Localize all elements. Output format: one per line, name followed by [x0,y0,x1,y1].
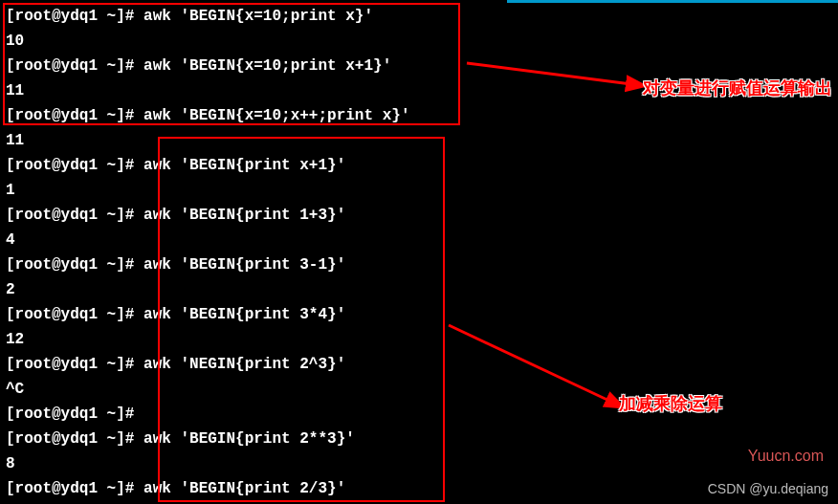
shell-command: awk 'BEGIN{print 1+3}' [143,207,345,224]
watermark-author: CSDN @yu.deqiang [708,481,828,496]
shell-output: 1 [6,182,15,199]
shell-command: awk 'BEGIN{print 2**3}' [143,430,355,448]
shell-output: 11 [6,132,24,149]
shell-output: ^C [6,381,24,398]
shell-prompt: [root@ydq1 ~]# [6,207,143,224]
shell-command: awk 'BEGIN{x=10;x++;print x}' [143,107,409,124]
window-active-border [507,0,838,3]
annotation-label-1: 对变量进行赋值运算输出 [643,77,832,99]
shell-prompt: [root@ydq1 ~]# [6,8,143,25]
shell-output: 10 [6,33,24,50]
shell-output: 2 [6,281,15,298]
shell-output: 11 [6,82,24,99]
shell-prompt: [root@ydq1 ~]# [6,480,143,497]
shell-command: awk 'BEGIN{x=10;print x+1}' [143,57,391,75]
shell-command: awk 'BEGIN{print 3*4}' [143,306,345,323]
shell-prompt: [root@ydq1 ~]# [6,107,143,124]
shell-prompt: [root@ydq1 ~]# [6,57,143,75]
shell-prompt: [root@ydq1 ~]# [6,306,143,323]
shell-prompt: [root@ydq1 ~]# [6,356,143,373]
annotation-label-2: 加减乘除运算 [619,392,722,415]
shell-prompt: [root@ydq1 ~]# [6,405,143,423]
shell-output: 12 [6,331,24,348]
watermark-site: Yuucn.com [748,448,824,465]
shell-command: awk 'NEGIN{print 2^3}' [143,356,345,373]
shell-prompt: [root@ydq1 ~]# [6,157,143,174]
shell-command: awk 'BEGIN{print 2/3}' [143,480,345,497]
shell-output: 8 [6,455,15,472]
shell-command: awk 'BEGIN{x=10;print x}' [143,8,373,25]
shell-command: awk 'BEGIN{print 3-1}' [143,256,345,274]
shell-prompt: [root@ydq1 ~]# [6,430,143,448]
shell-command: awk 'BEGIN{print x+1}' [143,157,345,174]
shell-output: 4 [6,231,15,249]
shell-prompt: [root@ydq1 ~]# [6,256,143,274]
